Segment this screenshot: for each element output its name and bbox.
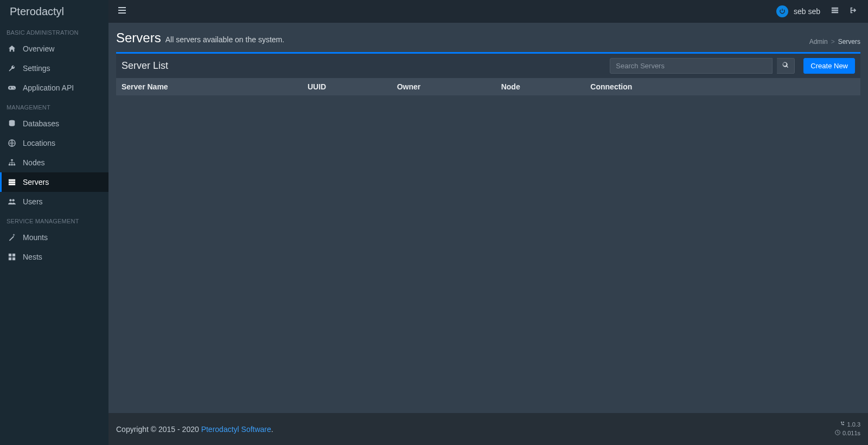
wrench-icon xyxy=(8,65,16,72)
box-title: Server List xyxy=(122,60,168,72)
server-list-icon[interactable] xyxy=(826,3,844,20)
sidebar-item-label: Settings xyxy=(23,64,50,73)
table-header-cell: Connection xyxy=(585,78,860,95)
svg-rect-13 xyxy=(9,257,11,260)
footer: Copyright © 2015 - 2020 Pterodactyl Soft… xyxy=(108,413,868,445)
svg-rect-5 xyxy=(14,164,16,166)
svg-rect-3 xyxy=(9,164,11,166)
table-header-cell: Node xyxy=(496,78,585,95)
sidebar-item-nests[interactable]: Nests xyxy=(0,247,108,267)
table-header-cell: UUID xyxy=(302,78,392,95)
breadcrumb: Admin > Servers xyxy=(809,38,860,46)
hamburger-icon[interactable] xyxy=(114,3,130,20)
svg-rect-14 xyxy=(12,257,15,260)
server-icon xyxy=(8,178,16,186)
user-menu[interactable]: seb seb xyxy=(776,5,820,17)
sidebar-item-label: Locations xyxy=(23,139,55,147)
server-table: Server NameUUIDOwnerNodeConnection xyxy=(116,78,860,95)
users-icon xyxy=(8,198,16,205)
sidebar-section-header: SERVICE MANAGEMENT xyxy=(0,211,108,228)
brand[interactable]: Pterodactyl xyxy=(0,0,108,23)
svg-rect-18 xyxy=(832,8,838,9)
magic-icon xyxy=(8,234,16,241)
clock-icon xyxy=(835,429,840,437)
breadcrumb-separator: > xyxy=(831,38,835,46)
svg-rect-12 xyxy=(12,254,15,256)
svg-rect-20 xyxy=(832,12,838,14)
sidebar-item-settings[interactable]: Settings xyxy=(0,59,108,78)
footer-link[interactable]: Pterodactyl Software xyxy=(201,425,271,434)
svg-rect-4 xyxy=(11,164,13,166)
sidebar-item-label: Servers xyxy=(23,178,49,186)
svg-point-10 xyxy=(12,199,14,201)
svg-rect-15 xyxy=(118,7,126,8)
username-label: seb seb xyxy=(794,7,820,16)
sidebar: Pterodactyl BASIC ADMINISTRATIONOverview… xyxy=(0,0,108,445)
search-button[interactable] xyxy=(777,58,795,74)
page-subtitle: All servers available on the system. xyxy=(165,35,284,44)
sidebar-item-label: Mounts xyxy=(23,233,48,242)
topbar: seb seb xyxy=(108,0,868,23)
table-header-cell: Server Name xyxy=(116,78,302,95)
sidebar-item-mounts[interactable]: Mounts xyxy=(0,228,108,247)
sidebar-section-header: BASIC ADMINISTRATION xyxy=(0,23,108,39)
table-header-cell: Owner xyxy=(392,78,496,95)
page-title: Servers xyxy=(116,30,161,46)
sidebar-item-label: Overview xyxy=(23,44,54,53)
sidebar-item-label: Application API xyxy=(23,83,74,92)
sidebar-item-label: Nodes xyxy=(23,158,44,167)
globe-icon xyxy=(8,139,16,147)
breadcrumb-current: Servers xyxy=(838,38,860,46)
page-header: Servers All servers available on the sys… xyxy=(116,30,860,46)
breadcrumb-admin[interactable]: Admin xyxy=(809,38,828,46)
sidebar-item-overview[interactable]: Overview xyxy=(0,39,108,59)
search-input[interactable] xyxy=(610,58,773,74)
svg-rect-17 xyxy=(118,12,126,14)
sidebar-item-users[interactable]: Users xyxy=(0,192,108,211)
svg-rect-11 xyxy=(9,254,11,256)
sidebar-item-nodes[interactable]: Nodes xyxy=(0,153,108,172)
sidebar-item-servers[interactable]: Servers xyxy=(0,172,108,192)
svg-rect-16 xyxy=(118,10,126,11)
create-new-button[interactable]: Create New xyxy=(803,58,855,74)
sidebar-item-label: Nests xyxy=(23,253,42,261)
svg-rect-6 xyxy=(9,179,15,181)
sidebar-section-header: MANAGEMENT xyxy=(0,98,108,114)
sidebar-item-label: Users xyxy=(23,197,43,206)
svg-rect-8 xyxy=(9,184,15,185)
footer-suffix: . xyxy=(271,425,273,434)
logout-icon[interactable] xyxy=(844,3,863,20)
server-list-box: Server List Create New Server NameUUIDOw… xyxy=(116,52,860,95)
search-icon xyxy=(782,62,789,70)
sidebar-item-api[interactable]: Application API xyxy=(0,78,108,98)
sidebar-item-locations[interactable]: Locations xyxy=(0,133,108,153)
sitemap-icon xyxy=(8,159,16,166)
svg-point-9 xyxy=(9,199,11,201)
branch-icon xyxy=(840,421,845,429)
footer-copyright: Copyright © 2015 - 2020 xyxy=(116,425,201,434)
power-icon xyxy=(776,5,788,17)
svg-rect-19 xyxy=(832,10,838,11)
database-icon xyxy=(8,120,16,127)
sidebar-item-label: Databases xyxy=(23,119,59,128)
footer-timing: 0.011s xyxy=(843,429,860,437)
th-large-icon xyxy=(8,253,16,261)
home-icon xyxy=(8,45,16,53)
sidebar-item-databases[interactable]: Databases xyxy=(0,114,108,133)
footer-version: 1.0.3 xyxy=(847,421,860,429)
svg-rect-2 xyxy=(11,159,13,161)
svg-rect-7 xyxy=(9,182,15,183)
gamepad-icon xyxy=(8,84,16,92)
